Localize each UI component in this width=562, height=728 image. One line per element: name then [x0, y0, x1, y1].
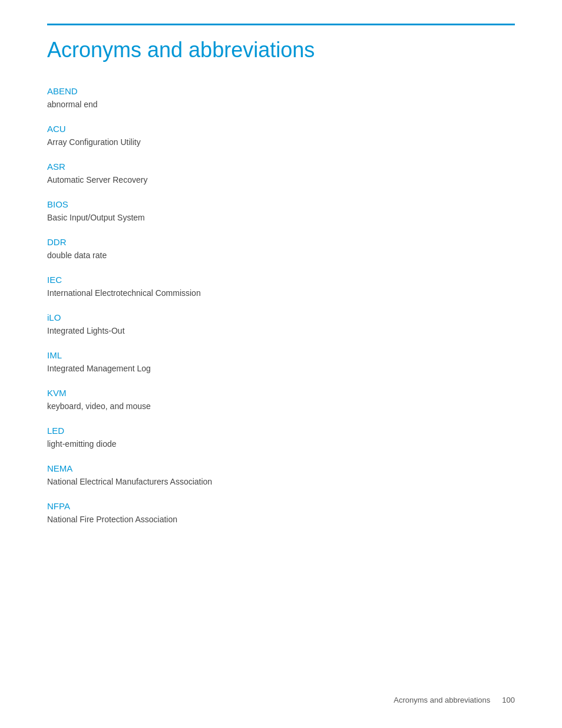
acronym-definition: International Electrotechnical Commissio… [47, 287, 515, 299]
acronym-definition: light-emitting diode [47, 438, 515, 450]
acronym-definition: Basic Input/Output System [47, 212, 515, 224]
acronym-definition: National Electrical Manufacturers Associ… [47, 476, 515, 488]
footer-section-label: Acronyms and abbreviations [394, 696, 490, 704]
acronym-term: ACU [47, 124, 515, 134]
acronym-term: BIOS [47, 199, 515, 209]
acronym-entry: ASRAutomatic Server Recovery [47, 162, 515, 186]
acronym-term: KVM [47, 388, 515, 398]
acronym-list: ABENDabnormal endACUArray Configuration … [47, 86, 515, 526]
acronym-entry: IMLIntegrated Management Log [47, 350, 515, 375]
acronym-term: NEMA [47, 463, 515, 473]
page-footer: Acronyms and abbreviations 100 [394, 696, 515, 704]
acronym-entry: NFPANational Fire Protection Association [47, 501, 515, 526]
acronym-term: LED [47, 426, 515, 436]
acronym-entry: KVMkeyboard, video, and mouse [47, 388, 515, 413]
acronym-term: NFPA [47, 501, 515, 511]
acronym-definition: National Fire Protection Association [47, 513, 515, 526]
acronym-entry: ACUArray Configuration Utility [47, 124, 515, 149]
acronym-term: iLO [47, 312, 515, 322]
acronym-entry: LEDlight-emitting diode [47, 426, 515, 450]
acronym-term: ASR [47, 162, 515, 172]
page-container: Acronyms and abbreviations ABENDabnormal… [0, 0, 562, 728]
acronym-entry: ABENDabnormal end [47, 86, 515, 111]
acronym-definition: keyboard, video, and mouse [47, 400, 515, 413]
acronym-term: IML [47, 350, 515, 360]
footer-page-number: 100 [502, 696, 515, 704]
acronym-entry: iLOIntegrated Lights-Out [47, 312, 515, 337]
top-border-rule [47, 24, 515, 25]
acronym-term: ABEND [47, 86, 515, 96]
acronym-entry: DDRdouble data rate [47, 237, 515, 262]
acronym-entry: BIOSBasic Input/Output System [47, 199, 515, 224]
acronym-term: IEC [47, 275, 515, 285]
acronym-entry: NEMANational Electrical Manufacturers As… [47, 463, 515, 488]
acronym-definition: Array Configuration Utility [47, 136, 515, 149]
acronym-definition: Integrated Lights-Out [47, 325, 515, 337]
page-title: Acronyms and abbreviations [47, 37, 515, 62]
acronym-definition: Automatic Server Recovery [47, 174, 515, 186]
acronym-definition: abnormal end [47, 98, 515, 111]
acronym-entry: IECInternational Electrotechnical Commis… [47, 275, 515, 299]
acronym-definition: double data rate [47, 249, 515, 262]
acronym-definition: Integrated Management Log [47, 363, 515, 375]
acronym-term: DDR [47, 237, 515, 247]
